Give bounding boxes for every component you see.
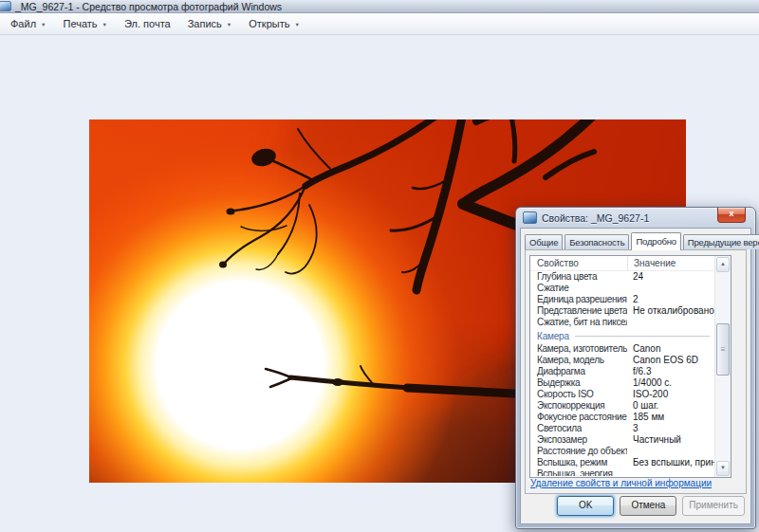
property-row[interactable]: Скорость ISOISO-200 xyxy=(530,389,715,400)
tab-strip: Общие Безопасность Подробно Предыдущие в… xyxy=(525,232,747,249)
dialog-body: Общие Безопасность Подробно Предыдущие в… xyxy=(520,228,751,524)
property-value: 3 xyxy=(627,423,715,434)
scrollbar-thumb[interactable]: ≡ xyxy=(716,323,730,376)
property-label: Представление цвета xyxy=(530,305,627,317)
property-value: 1/4000 с. xyxy=(627,377,715,389)
property-row[interactable]: Диафрагмаf/6.3 xyxy=(530,366,715,377)
dropdown-arrow-icon: ▼ xyxy=(41,22,46,28)
property-label: Экспозамер xyxy=(530,434,627,446)
property-row[interactable]: Экспокоррекция0 шаг. xyxy=(530,400,715,412)
property-label: Вспышка, энергия xyxy=(530,468,627,476)
section-divider xyxy=(575,336,710,337)
scrollbar-grip-icon: ≡ xyxy=(721,346,726,354)
remove-properties-link[interactable]: Удаление свойств и личной информации xyxy=(530,478,712,488)
property-value: 2 xyxy=(627,294,715,305)
column-header-property: Свойство xyxy=(530,256,627,270)
property-row[interactable]: Вспышка, режимБез вспышки, принуд... xyxy=(530,457,715,468)
property-value: Canon EOS 6D xyxy=(627,355,715,366)
property-label: Экспокоррекция xyxy=(530,400,627,412)
property-label: Выдержка xyxy=(530,377,627,389)
property-row[interactable]: Глубина цвета24 xyxy=(530,271,715,283)
properties-list: Свойство Значение Глубина цвета24СжатиеЕ… xyxy=(529,255,731,478)
property-value: 0 шаг. xyxy=(627,400,715,412)
scrollbar[interactable]: ▲ ≡ ▼ xyxy=(714,256,731,477)
property-row[interactable]: Выдержка1/4000 с. xyxy=(530,377,715,389)
property-section-header: Камера xyxy=(530,328,715,343)
property-row[interactable]: Единица разрешения2 xyxy=(530,294,715,305)
viewer-titlebar: _MG_9627-1 - Средство просмотра фотограф… xyxy=(0,0,759,13)
property-label: Сжатие, бит на пиксель xyxy=(530,317,627,328)
property-label: Камера, модель xyxy=(530,355,627,366)
apply-button[interactable]: Применить xyxy=(682,496,745,516)
property-row[interactable]: Сжатие, бит на пиксель xyxy=(530,317,715,328)
property-row[interactable]: Представление цветаНе откалибровано xyxy=(530,305,715,317)
property-value xyxy=(627,283,715,294)
property-label: Расстояние до объекта xyxy=(530,446,627,457)
dropdown-arrow-icon: ▼ xyxy=(294,22,299,28)
menu-email[interactable]: Эл. почта xyxy=(116,15,179,32)
property-label: Светосила xyxy=(530,423,627,434)
property-row[interactable]: Светосила3 xyxy=(530,423,715,434)
property-row[interactable]: Вспышка, энергия xyxy=(530,468,715,476)
close-button[interactable]: x xyxy=(717,208,746,223)
property-label: Камера, изготовитель xyxy=(530,343,627,355)
tab-general[interactable]: Общие xyxy=(525,234,563,249)
properties-rows: Глубина цвета24СжатиеЕдиница разрешения2… xyxy=(530,271,715,476)
viewer-title: _MG_9627-1 - Средство просмотра фотограф… xyxy=(15,1,282,12)
property-label: Фокусное расстояние xyxy=(530,412,627,423)
menu-open-label: Открыть xyxy=(249,18,289,29)
column-header-value: Значение xyxy=(627,256,715,270)
property-value: 24 xyxy=(627,271,715,283)
property-row[interactable]: Камера, изготовительCanon xyxy=(530,343,715,355)
property-value: ISO-200 xyxy=(627,389,715,400)
menu-burn[interactable]: Запись ▼ xyxy=(179,15,241,32)
tab-previous-versions[interactable]: Предыдущие версии xyxy=(683,234,759,249)
property-value xyxy=(627,317,715,328)
tab-security[interactable]: Безопасность xyxy=(565,234,629,249)
properties-dialog: Свойства: _MG_9627-1 x Общие Безопасност… xyxy=(515,207,756,529)
scrollbar-up-button[interactable]: ▲ xyxy=(716,257,730,272)
property-value: Canon xyxy=(627,343,715,355)
dialog-title: Свойства: _MG_9627-1 xyxy=(542,212,649,224)
property-label: Глубина цвета xyxy=(530,271,627,283)
scrollbar-down-button[interactable]: ▼ xyxy=(716,461,730,476)
dialog-window-icon xyxy=(523,211,537,224)
property-row[interactable]: ЭкспозамерЧастичный xyxy=(530,434,715,446)
menu-print-label: Печать xyxy=(64,18,98,29)
details-tab-panel: Свойство Значение Глубина цвета24СжатиеЕ… xyxy=(525,249,747,494)
property-value: f/6.3 xyxy=(627,366,715,377)
section-label: Камера xyxy=(530,331,569,341)
property-label: Скорость ISO xyxy=(530,389,627,400)
menu-file-label: Файл xyxy=(10,18,36,29)
viewer-window-icon xyxy=(0,1,11,11)
menu-print[interactable]: Печать ▼ xyxy=(55,15,117,32)
property-row[interactable]: Фокусное расстояние185 мм xyxy=(530,412,715,423)
property-label: Вспышка, режим xyxy=(530,457,627,468)
property-value: Без вспышки, принуд... xyxy=(627,457,715,468)
property-row[interactable]: Расстояние до объекта xyxy=(530,446,715,457)
property-row[interactable]: Камера, модельCanon EOS 6D xyxy=(530,355,715,366)
menu-file[interactable]: Файл ▼ xyxy=(2,15,55,32)
dropdown-arrow-icon: ▼ xyxy=(102,22,107,28)
menu-email-label: Эл. почта xyxy=(124,18,171,29)
property-label: Единица разрешения xyxy=(530,294,627,305)
ok-button[interactable]: OK xyxy=(557,496,614,516)
property-value: Не откалибровано xyxy=(627,305,715,317)
dialog-buttons: OK Отмена Применить xyxy=(557,496,745,516)
viewer-menubar: Файл ▼ Печать ▼ Эл. почта Запись ▼ Откры… xyxy=(0,13,759,35)
property-label: Диафрагма xyxy=(530,366,627,377)
menu-open[interactable]: Открыть ▼ xyxy=(240,15,308,32)
property-value: Частичный xyxy=(627,434,715,446)
property-value: 185 мм xyxy=(627,412,715,423)
tab-details[interactable]: Подробно xyxy=(631,232,680,250)
property-value xyxy=(627,446,715,457)
property-row[interactable]: Сжатие xyxy=(530,283,715,294)
menu-burn-label: Запись xyxy=(188,18,222,29)
property-label: Сжатие xyxy=(530,283,627,294)
property-value xyxy=(627,468,715,476)
cancel-button[interactable]: Отмена xyxy=(620,496,676,516)
properties-list-header: Свойство Значение xyxy=(530,256,715,271)
dropdown-arrow-icon: ▼ xyxy=(227,22,231,28)
